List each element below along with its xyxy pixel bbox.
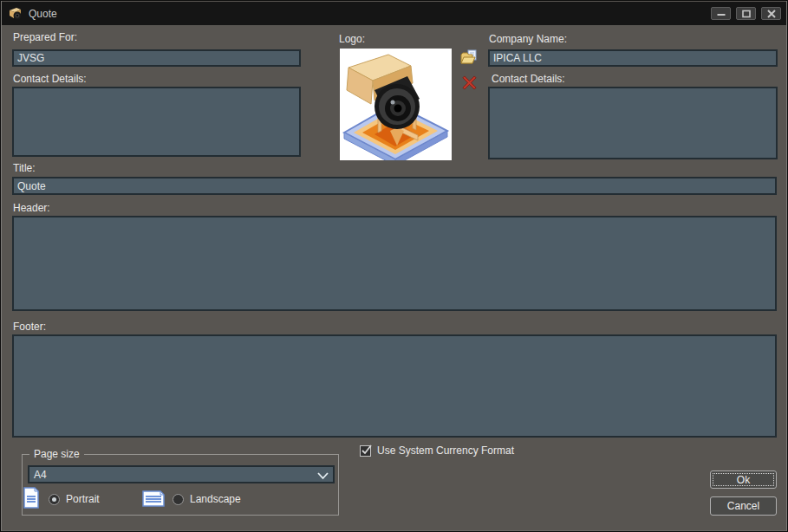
app-camera-icon (9, 7, 23, 21)
landscape-radio-row[interactable]: Landscape (173, 493, 241, 505)
cancel-button[interactable]: Cancel (710, 496, 777, 516)
close-icon (767, 6, 776, 22)
open-folder-icon (460, 49, 478, 69)
company-name-label: Company Name: (489, 33, 567, 45)
checkmark-icon (361, 443, 373, 455)
portrait-radio-row[interactable]: Portrait (49, 493, 100, 505)
maximize-button[interactable] (736, 7, 756, 20)
page-size-dropdown[interactable]: A4 (28, 465, 335, 483)
titlebar: Quote (2, 2, 786, 25)
quote-dialog: Quote Prepared For: Contact Details: (0, 0, 788, 532)
currency-checkbox-row[interactable]: Use System Currency Format (360, 444, 514, 457)
landscape-radio-label: Landscape (190, 493, 241, 505)
portrait-radio-label: Portrait (66, 493, 100, 505)
maximize-icon (742, 6, 751, 22)
chevron-down-icon (317, 470, 329, 483)
ok-button[interactable]: Ok (710, 470, 777, 489)
logo-label: Logo: (339, 33, 365, 45)
landscape-page-icon (142, 490, 165, 507)
title-input[interactable] (12, 177, 777, 195)
title-field-label: Title: (13, 162, 36, 174)
footer-textarea[interactable] (12, 334, 777, 438)
delete-x-icon (462, 75, 477, 93)
page-size-group-label: Page size (29, 448, 84, 460)
remove-logo-button[interactable] (462, 75, 477, 93)
company-name-input[interactable] (488, 49, 778, 67)
page-size-selected-value: A4 (34, 469, 47, 481)
prepared-for-label: Prepared For: (13, 31, 77, 43)
portrait-radio[interactable] (49, 494, 60, 505)
contact-details-right-label: Contact Details: (492, 73, 565, 85)
contact-details-left-textarea[interactable] (12, 87, 301, 157)
contact-details-right-textarea[interactable] (488, 87, 778, 159)
landscape-radio[interactable] (173, 494, 184, 505)
window-title: Quote (29, 8, 57, 20)
minimize-button[interactable] (711, 7, 731, 20)
prepared-for-input[interactable] (12, 49, 301, 67)
contact-details-left-label: Contact Details: (13, 73, 87, 85)
radio-dot (52, 497, 56, 502)
portrait-page-icon (23, 487, 40, 509)
header-label: Header: (13, 202, 50, 214)
currency-checkbox-label: Use System Currency Format (377, 444, 514, 457)
header-textarea[interactable] (12, 216, 777, 311)
currency-checkbox[interactable] (360, 445, 371, 457)
minimize-icon (717, 6, 726, 22)
browse-logo-button[interactable] (460, 49, 478, 69)
footer-label: Footer: (13, 321, 46, 333)
logo-image (340, 49, 452, 160)
page-size-groupbox (22, 454, 339, 516)
close-button[interactable] (761, 7, 781, 20)
